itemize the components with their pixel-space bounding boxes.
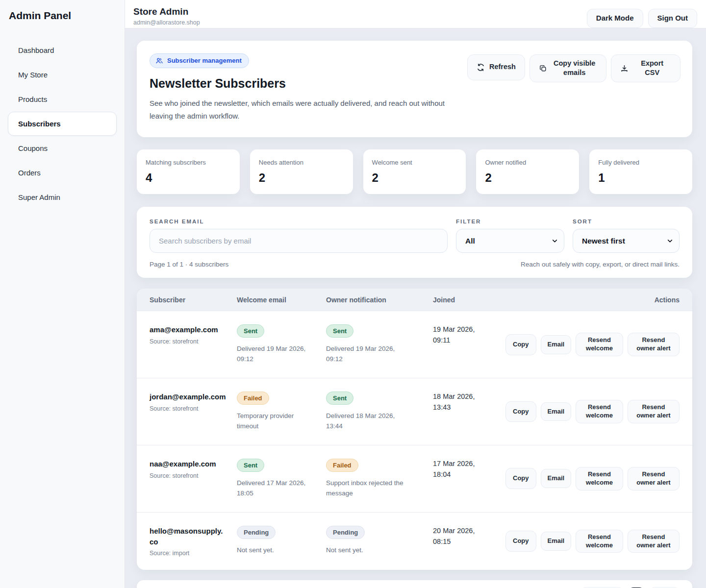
subscriber-management-badge: Subscriber management [150, 53, 249, 68]
table-row: ama@example.com Source: storefront Sent … [137, 311, 692, 378]
subscriber-email: hello@masonsupply.co [150, 526, 226, 547]
subscriber-email: ama@example.com [150, 324, 226, 335]
stat-fully-delivered: Fully delivered 1 [589, 149, 692, 194]
sidebar-item-my-store[interactable]: My Store [8, 63, 117, 87]
resend-owner-alert-button[interactable]: Resend owner alert [628, 333, 680, 356]
welcome-status-detail: Delivered 17 Mar 2026, 18:05 [237, 478, 315, 499]
copy-email-button[interactable]: Copy [505, 468, 536, 489]
stat-welcome-sent: Welcome sent 2 [363, 149, 466, 194]
sort-select[interactable]: Newest first [573, 229, 680, 253]
copy-email-button[interactable]: Copy [505, 334, 536, 355]
hero-title: Newsletter Subscribers [150, 76, 467, 91]
copy-icon [539, 64, 547, 73]
filter-label: Filter [456, 219, 564, 224]
hero-badge-label: Subscriber management [167, 57, 242, 64]
owner-status-detail: Not sent yet. [326, 545, 404, 556]
sidebar-item-subscribers[interactable]: Subscribers [8, 112, 117, 136]
stats-row: Matching subscribers 4 Needs attention 2… [137, 149, 692, 194]
email-button[interactable]: Email [541, 469, 572, 488]
table-body: ama@example.com Source: storefront Sent … [137, 311, 692, 570]
copy-email-button[interactable]: Copy [505, 531, 536, 552]
table-row: naa@example.com Source: storefront Sent … [137, 445, 692, 512]
filter-card: Search email Filter All Sort [137, 207, 692, 278]
stat-label: Welcome sent [372, 159, 457, 166]
welcome-status-badge: Pending [237, 526, 276, 539]
copy-visible-emails-label: Copy visible emails [552, 59, 597, 78]
owner-status-badge: Failed [326, 459, 358, 472]
sidebar-item-super-admin[interactable]: Super Admin [8, 185, 117, 209]
stat-value: 1 [598, 171, 683, 185]
stat-needs-attention: Needs attention 2 [250, 149, 353, 194]
welcome-status-badge: Failed [237, 392, 269, 405]
subscriber-source: Source: storefront [150, 472, 226, 479]
welcome-status-badge: Sent [237, 324, 264, 338]
filter-select[interactable]: All [456, 229, 564, 253]
sidebar-item-orders[interactable]: Orders [8, 161, 117, 185]
sidebar-item-products[interactable]: Products [8, 87, 117, 111]
owner-status-badge: Sent [326, 392, 353, 405]
pagination-bar: Showing page 1 of 1 Previous 1 Next [137, 580, 692, 588]
page-info: Page 1 of 1 · 4 subscribers [150, 261, 228, 268]
table-row: jordan@example.com Source: storefront Fa… [137, 378, 692, 445]
owner-status-detail: Delivered 19 Mar 2026, 09:12 [326, 344, 404, 365]
stat-matching-subscribers: Matching subscribers 4 [137, 149, 240, 194]
topbar: Store Admin admin@allorastore.shop Dark … [125, 0, 706, 28]
app-title: Admin Panel [8, 10, 117, 22]
main-content: Subscriber management Newsletter Subscri… [125, 28, 706, 588]
stat-label: Needs attention [259, 159, 344, 166]
subscriber-source: Source: storefront [150, 338, 226, 345]
welcome-status-badge: Sent [237, 459, 264, 472]
export-csv-button[interactable]: Export CSV [611, 54, 681, 82]
stat-label: Owner notified [485, 159, 570, 166]
resend-welcome-button[interactable]: Resend welcome [576, 530, 623, 553]
copy-visible-emails-button[interactable]: Copy visible emails [530, 54, 606, 82]
email-button[interactable]: Email [541, 402, 572, 421]
dark-mode-button[interactable]: Dark Mode [587, 9, 643, 28]
reach-out-hint: Reach out safely with copy, export, or d… [521, 261, 680, 268]
people-icon [155, 57, 163, 65]
column-subscriber: Subscriber [150, 289, 237, 311]
sidebar-item-coupons[interactable]: Coupons [8, 136, 117, 160]
subscriber-email: jordan@example.com [150, 392, 226, 402]
stat-label: Fully delivered [598, 159, 683, 166]
hero-card: Subscriber management Newsletter Subscri… [137, 41, 692, 138]
subscribers-table: Subscriber Welcome email Owner notificat… [137, 289, 692, 570]
owner-status-badge: Sent [326, 324, 353, 338]
admin-email: admin@allorastore.shop [133, 19, 200, 26]
joined-date: 19 Mar 2026, 09:11 [433, 324, 487, 346]
download-icon [620, 64, 629, 73]
stat-value: 4 [146, 171, 231, 185]
email-button[interactable]: Email [541, 532, 572, 551]
column-owner-notification: Owner notification [326, 289, 433, 311]
welcome-status-detail: Temporary provider timeout [237, 411, 315, 432]
resend-welcome-button[interactable]: Resend welcome [576, 333, 623, 356]
email-button[interactable]: Email [541, 335, 572, 354]
sidebar-item-dashboard[interactable]: Dashboard [8, 38, 117, 62]
page-title: Store Admin [133, 6, 200, 17]
sign-out-button[interactable]: Sign Out [648, 9, 698, 28]
stat-value: 2 [485, 171, 570, 185]
table-header-row: Subscriber Welcome email Owner notificat… [137, 289, 692, 311]
refresh-button[interactable]: Refresh [467, 54, 525, 80]
resend-owner-alert-button[interactable]: Resend owner alert [628, 400, 680, 423]
subscriber-source: Source: import [150, 550, 226, 557]
subscriber-source: Source: storefront [150, 405, 226, 412]
resend-owner-alert-button[interactable]: Resend owner alert [628, 467, 680, 490]
owner-status-detail: Delivered 18 Mar 2026, 13:44 [326, 411, 404, 432]
refresh-button-label: Refresh [489, 62, 516, 72]
joined-date: 18 Mar 2026, 13:43 [433, 392, 487, 413]
resend-welcome-button[interactable]: Resend welcome [576, 467, 623, 490]
welcome-status-detail: Not sent yet. [237, 545, 315, 556]
column-joined: Joined [433, 289, 505, 311]
owner-status-detail: Support inbox rejected the message [326, 478, 404, 499]
welcome-status-detail: Delivered 19 Mar 2026, 09:12 [237, 344, 315, 365]
sidebar-nav: Dashboard My Store Products Subscribers … [8, 38, 117, 210]
stat-owner-notified: Owner notified 2 [476, 149, 579, 194]
sidebar: Admin Panel Dashboard My Store Products … [0, 0, 125, 588]
column-actions: Actions [505, 289, 680, 311]
search-input[interactable] [150, 229, 448, 253]
search-email-label: Search email [150, 219, 448, 224]
resend-welcome-button[interactable]: Resend welcome [576, 400, 623, 423]
copy-email-button[interactable]: Copy [505, 401, 536, 422]
resend-owner-alert-button[interactable]: Resend owner alert [628, 530, 680, 553]
